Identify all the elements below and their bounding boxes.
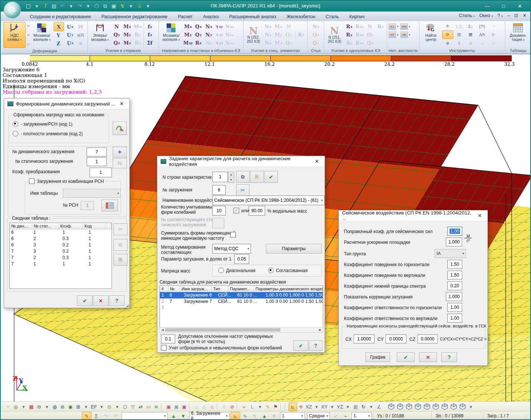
bottom-toolbar-icon[interactable]: ◉	[67, 403, 74, 411]
prev-loadcase-icon[interactable]: ▲	[169, 412, 178, 420]
ribbon-tab[interactable]: Сталь	[321, 13, 344, 21]
sum-forms-checkbox[interactable]	[230, 232, 236, 238]
find-center-button[interactable]: G Найтицентр	[421, 22, 441, 48]
special-force-letter-button[interactable]: N	[284, 23, 294, 31]
view-cube-icon[interactable]	[458, 403, 467, 411]
plate-stress-letter-button[interactable]: Nya	[225, 31, 234, 39]
bottom-toolbar-icon[interactable]: ▣	[165, 403, 173, 411]
view-cube-icon[interactable]	[396, 403, 405, 411]
special-force-letter-button[interactable]: Mz	[274, 39, 283, 47]
plate-stress-letter-button[interactable]: Mx	[183, 23, 193, 31]
plate-stress-letter-button[interactable]: Nxa	[225, 23, 234, 31]
damping-correction-input[interactable]: 1.000	[446, 292, 462, 301]
single-node-letter-button[interactable]: Rnx	[355, 23, 364, 31]
table-row[interactable]: 7 3 0.2 1	[10, 248, 112, 255]
history-icon[interactable]: ✎	[82, 412, 91, 420]
discarded-forms-checkbox[interactable]: Учет отброшенных и невычисленных форм ко…	[161, 345, 282, 350]
table-header[interactable]: # № Имя загруж... Тип Парамет... Парамет…	[160, 286, 323, 292]
scroll-right-icon[interactable]: ▶	[318, 328, 323, 332]
view-cube-icon[interactable]	[449, 403, 458, 411]
quick-access-icon[interactable]: ↷	[76, 2, 83, 10]
displacement-letter-button[interactable]: Uz	[65, 39, 75, 47]
toolbar-handle[interactable]: ⁞	[2, 405, 3, 409]
bottom-toolbar-icon[interactable]: ∠	[375, 403, 383, 411]
special-rz-button[interactable]: Rz	[296, 31, 306, 39]
frame-icon[interactable]: ⌗	[27, 22, 30, 30]
tool-icon[interactable]: ▥	[454, 30, 465, 38]
mdi-restore-icon[interactable]: ⊡	[514, 13, 518, 18]
paste-button[interactable]: ⎘	[113, 254, 128, 266]
tool-icon[interactable]: {?!}	[477, 22, 488, 30]
dialog-title-bar[interactable]: Задание характеристик для расчета на дин…	[157, 156, 325, 167]
quick-access-icon[interactable]: ▾	[84, 2, 92, 10]
ribbon-tab[interactable]: Железобетон	[281, 13, 320, 21]
bottom-toolbar-icon[interactable]: ✧	[4, 403, 12, 411]
mosaic-isofields-button[interactable]: G Мозаика/изополя ▾	[31, 22, 52, 48]
quick-access-icon[interactable]: ▢	[25, 2, 32, 10]
plate-stress-letter-button[interactable]: Nx	[204, 23, 213, 31]
tool-icon[interactable]: ⟳	[442, 30, 453, 39]
cancel-button[interactable]: ✕	[93, 295, 109, 306]
mode-icon[interactable]: ∿	[240, 412, 250, 420]
rod-force-letter-button[interactable]: My	[122, 31, 132, 39]
axis-letter-button[interactable]: Y	[54, 31, 63, 39]
bottom-toolbar-icon[interactable]: ↻	[360, 403, 367, 411]
ribbon-tab[interactable]: Создание и редактирование	[25, 13, 96, 21]
bottom-toolbar-icon[interactable]: ⌂	[200, 403, 208, 411]
single-node-letter-button[interactable]: N	[365, 23, 375, 31]
tool-icon[interactable]: 1.2)	[454, 22, 465, 30]
quick-access-icon[interactable]: ▤	[50, 2, 58, 10]
ribbon-tab[interactable]: Расширенный анализ	[224, 13, 281, 21]
ribbon-tab[interactable]: Расчет	[173, 13, 198, 21]
plate-stress-letter-button[interactable]: τxz	[214, 31, 224, 39]
quick-access-icon[interactable]: ↯	[119, 2, 126, 10]
history-icon[interactable]: ↷	[101, 412, 111, 420]
rod-force-letter-button[interactable]: Ry	[133, 31, 142, 39]
joint-letter-button[interactable]: Qz	[311, 39, 321, 47]
plate-stress-letter-button[interactable]: Nz	[204, 39, 213, 47]
bottom-toolbar-icon[interactable]: ⊘	[228, 403, 236, 411]
next-loadcase-icon[interactable]: ▼	[178, 412, 188, 420]
radio-diagonal[interactable]: Диагональная	[218, 268, 255, 273]
single-node-letter-button[interactable]: Rx	[344, 23, 354, 31]
tool-icon[interactable]: Δ∕h	[477, 30, 488, 38]
style-menu[interactable]: Стиль ▾	[459, 13, 475, 18]
plate-stress-letter-button[interactable]: My	[183, 31, 193, 39]
loadcase-combo[interactable]: 6. Загружение 6▾	[189, 412, 229, 420]
special-force-letter-button[interactable]: Qz	[284, 39, 294, 47]
mode-icon[interactable]: ▲	[260, 412, 269, 420]
confirm-row-button[interactable]: ✔	[264, 171, 278, 183]
bottom-toolbar-icon[interactable]: ⊜	[59, 403, 67, 411]
bottom-toolbar-icon[interactable]: ▾	[344, 403, 352, 411]
quick-access-icon[interactable]: ▣	[110, 2, 118, 10]
help-button[interactable]: ?	[441, 352, 457, 362]
bottom-toolbar-icon[interactable]: ▦	[352, 403, 360, 411]
responsibility-v-input[interactable]: 1.00	[447, 314, 462, 323]
single-node-letter-button[interactable]: Rz	[344, 39, 354, 47]
bottom-toolbar-icon[interactable]: ▾	[313, 403, 321, 411]
bottom-toolbar-icon[interactable]: ▸	[241, 403, 248, 411]
history-icon[interactable]: Σ	[91, 412, 101, 420]
help-button[interactable]: ?	[109, 295, 125, 306]
row-number-spinner[interactable]: ▲▼	[228, 172, 234, 183]
special-force-letter-button[interactable]: Mx	[274, 23, 283, 31]
plate-stress-letter-button[interactable]: Ny	[204, 31, 213, 39]
table-row[interactable]: 6 3 0.2 1	[10, 242, 112, 248]
swap-button[interactable]: ⇆	[113, 158, 127, 168]
rod-f-letter-button[interactable]: fz	[145, 31, 155, 39]
rod-force-letter-button[interactable]: Mx	[122, 23, 132, 31]
epure-mosaic-button[interactable]: Эпюры/мозаика ▾	[89, 22, 111, 48]
table-header[interactable]: № дин.... № стат... Коэф. Код	[10, 223, 112, 229]
joint-letter-button[interactable]: Ny	[311, 23, 321, 31]
close-button[interactable]: ✕	[512, 2, 527, 10]
plate-stress-letter-button[interactable]: Qy	[193, 31, 203, 39]
table-row[interactable]: 6 2 0.3 1	[10, 236, 112, 242]
table-row[interactable]: 1 6 Загружение 6 СЕЙ... 61 10 0 ... 1.00…	[160, 292, 323, 298]
plates-mosaic-button[interactable]: Мозаика/изополя ▾	[160, 22, 182, 48]
displacement-letter-button[interactable]: Uy	[65, 31, 75, 39]
plate-stress-letter-button[interactable]: Rz	[193, 39, 203, 47]
conversion-coef-input[interactable]: 1	[90, 168, 112, 177]
modal-mass-percent-input[interactable]: 90.00	[249, 206, 265, 216]
graph-button[interactable]: График	[366, 352, 390, 362]
form-number-combo[interactable]: 1▾	[280, 412, 305, 420]
